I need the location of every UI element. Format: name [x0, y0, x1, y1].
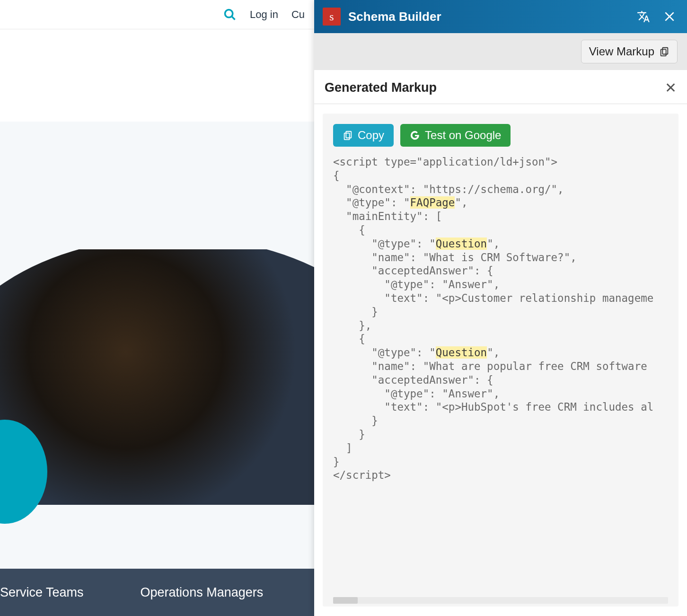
app-title: Schema Builder — [348, 9, 626, 24]
search-icon[interactable] — [223, 8, 237, 21]
view-markup-label: View Markup — [589, 45, 654, 58]
svg-rect-7 — [344, 133, 350, 140]
login-link[interactable]: Log in — [250, 9, 278, 21]
test-on-google-button[interactable]: Test on Google — [400, 124, 511, 147]
panel-toolbar: View Markup — [314, 33, 687, 70]
hero-section — [0, 122, 314, 616]
markup-output-box: Copy Test on Google <script type="applic… — [323, 114, 678, 607]
copy-label: Copy — [358, 129, 384, 142]
google-icon — [410, 130, 420, 141]
background-page: Log in Cu Service Teams Operations Manag… — [0, 0, 314, 616]
highlight-question-1: Question — [436, 238, 487, 250]
action-button-row: Copy Test on Google — [323, 124, 678, 155]
footer-link-operations-managers[interactable]: Operations Managers — [141, 585, 264, 600]
highlight-question-2: Question — [436, 346, 487, 359]
svg-rect-5 — [661, 49, 666, 56]
copy-button[interactable]: Copy — [333, 124, 394, 147]
highlight-faqpage: FAQPage — [410, 196, 455, 209]
panel-titlebar: s Schema Builder — [314, 0, 687, 33]
schema-builder-panel: s Schema Builder View Markup Generated M… — [314, 0, 687, 616]
view-markup-button[interactable]: View Markup — [581, 40, 678, 63]
svg-rect-4 — [662, 48, 668, 54]
customer-link-partial[interactable]: Cu — [291, 9, 305, 21]
svg-line-1 — [232, 17, 235, 19]
svg-point-0 — [225, 9, 232, 17]
copy-icon — [343, 130, 353, 141]
footer-nav: Service Teams Operations Managers — [0, 569, 314, 616]
svg-rect-6 — [346, 132, 351, 138]
section-header: Generated Markup ✕ — [314, 70, 687, 104]
footer-link-service-teams[interactable]: Service Teams — [0, 585, 84, 600]
app-logo: s — [323, 8, 341, 26]
site-header: Log in Cu — [0, 0, 314, 29]
generated-markup-code[interactable]: <script type="application/ld+json"> { "@… — [323, 155, 678, 482]
section-title: Generated Markup — [325, 80, 437, 95]
close-panel-icon[interactable] — [661, 8, 678, 26]
close-section-icon[interactable]: ✕ — [665, 79, 677, 96]
translate-icon[interactable] — [634, 7, 653, 26]
horizontal-scrollbar[interactable] — [333, 597, 668, 604]
test-label: Test on Google — [425, 129, 501, 142]
hero-image-area — [0, 240, 314, 524]
copy-stack-icon — [659, 46, 669, 57]
scrollbar-thumb[interactable] — [333, 597, 358, 604]
